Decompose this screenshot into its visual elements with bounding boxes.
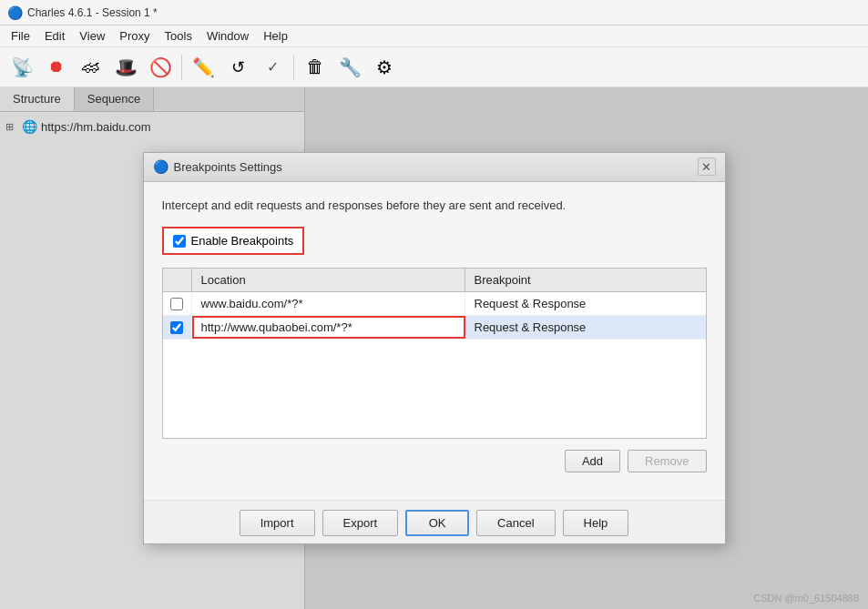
- table-row[interactable]: www.baidu.com/*?* Request & Response: [163, 292, 706, 316]
- check-button[interactable]: ✓: [256, 51, 289, 84]
- enable-breakpoints-row: Enable Breakpoints: [162, 227, 305, 255]
- row2-location: http://www.qubaobei.com/*?*: [192, 316, 465, 339]
- row1-breakpoint: Request & Response: [465, 292, 706, 315]
- dialog-title-left: 🔵 Breakpoints Settings: [153, 159, 282, 174]
- enable-breakpoints-label[interactable]: Enable Breakpoints: [191, 234, 294, 248]
- import-button[interactable]: Import: [240, 510, 315, 536]
- table-row-check: [163, 293, 192, 315]
- menu-help[interactable]: Help: [256, 27, 295, 45]
- stop-button[interactable]: 🚫: [144, 51, 177, 84]
- table-header-breakpoint: Breakpoint: [465, 269, 706, 291]
- title-bar: 🔵 Charles 4.6.1 - Session 1 *: [0, 0, 868, 25]
- dialog-description: Intercept and edit requests and response…: [162, 197, 707, 215]
- window-title: Charles 4.6.1 - Session 1 *: [27, 6, 158, 19]
- table-header-location: Location: [192, 269, 465, 291]
- record-button[interactable]: ⏺: [40, 51, 73, 84]
- add-button[interactable]: Add: [565, 450, 620, 472]
- dialog-title-icon: 🔵: [153, 159, 168, 174]
- help-button[interactable]: Help: [563, 510, 629, 536]
- antenna-button[interactable]: 📡: [5, 51, 38, 84]
- breakpoints-dialog: 🔵 Breakpoints Settings ✕ Intercept and e…: [143, 152, 726, 545]
- pen-button[interactable]: ✏️: [187, 51, 220, 84]
- dialog-titlebar: 🔵 Breakpoints Settings ✕: [144, 153, 725, 182]
- gear-button[interactable]: ⚙: [368, 51, 401, 84]
- table-row[interactable]: http://www.qubaobei.com/*?* Request & Re…: [163, 316, 706, 340]
- menu-file[interactable]: File: [4, 27, 37, 45]
- row2-checkbox[interactable]: [170, 321, 183, 334]
- export-button[interactable]: Export: [322, 510, 399, 536]
- menu-tools[interactable]: Tools: [158, 27, 199, 45]
- row1-checkbox[interactable]: [170, 298, 183, 310]
- refresh-button[interactable]: ↺: [221, 51, 254, 84]
- toolbar-separator-2: [293, 55, 294, 80]
- menu-proxy[interactable]: Proxy: [112, 27, 157, 45]
- cancel-button[interactable]: Cancel: [476, 510, 555, 536]
- row2-breakpoint: Request & Response: [465, 316, 706, 339]
- table-header-check-col: [163, 269, 192, 291]
- table-header: Location Breakpoint: [163, 269, 706, 292]
- app-icon: 🔵: [7, 5, 22, 20]
- trash-button[interactable]: 🗑: [299, 51, 332, 84]
- modal-overlay: 🔵 Breakpoints Settings ✕ Intercept and e…: [0, 87, 868, 609]
- tools-button[interactable]: 🔧: [333, 51, 366, 84]
- menu-view[interactable]: View: [72, 27, 112, 45]
- menu-window[interactable]: Window: [199, 27, 256, 45]
- table-row-check: [163, 317, 192, 339]
- row1-location: www.baidu.com/*?*: [192, 292, 465, 315]
- remove-button[interactable]: Remove: [628, 450, 706, 472]
- ok-button[interactable]: OK: [405, 510, 469, 536]
- dialog-title-text: Breakpoints Settings: [174, 160, 282, 174]
- main-area: Structure Sequence ⊞ 🌐 https://hm.baidu.…: [0, 87, 868, 609]
- enable-breakpoints-checkbox[interactable]: [173, 235, 186, 248]
- breakpoints-table: Location Breakpoint www.baidu.com/*?* Re…: [162, 268, 707, 439]
- bottom-buttons-row: Import Export OK Cancel Help: [144, 500, 725, 543]
- toolbar-separator: [181, 55, 182, 80]
- dialog-close-button[interactable]: ✕: [698, 157, 716, 176]
- table-body: www.baidu.com/*?* Request & Response htt…: [163, 292, 706, 438]
- toolbar: 📡 ⏺ 🏎 🎩 🚫 ✏️ ↺ ✓ 🗑 🔧 ⚙: [0, 47, 868, 87]
- add-remove-row: Add Remove: [162, 450, 707, 472]
- menu-bar: File Edit View Proxy Tools Window Help: [0, 25, 868, 47]
- hat-button[interactable]: 🎩: [109, 51, 142, 84]
- menu-edit[interactable]: Edit: [37, 27, 72, 45]
- dialog-body: Intercept and edit requests and response…: [144, 182, 725, 501]
- throttle-button[interactable]: 🏎: [75, 51, 107, 84]
